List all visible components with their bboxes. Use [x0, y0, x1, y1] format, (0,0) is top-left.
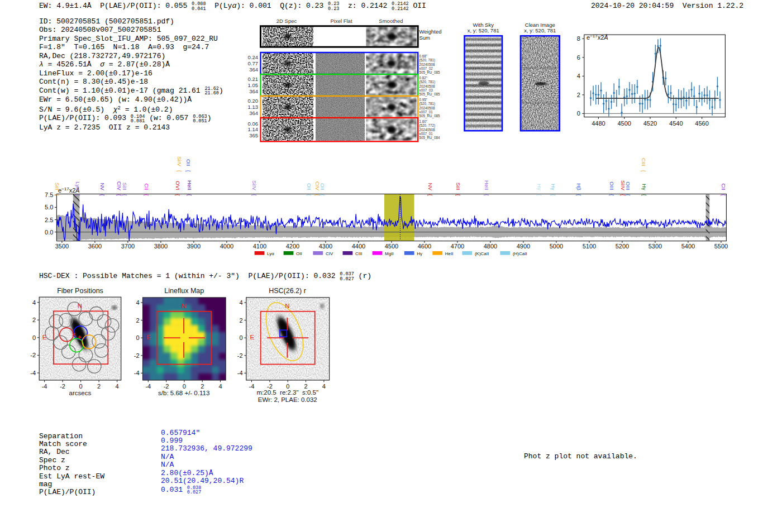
svg-text:s/b: 5.68 +/- 0.113: s/b: 5.68 +/- 0.113	[158, 390, 209, 396]
svg-text:MgII: MgII	[385, 251, 394, 256]
svg-text:4: 4	[32, 299, 36, 306]
svg-text:364: 364	[249, 88, 258, 94]
svg-text:-4: -4	[237, 370, 243, 376]
svg-text:5500: 5500	[714, 243, 728, 250]
svg-text:4000: 4000	[220, 243, 233, 250]
svg-text:{: {	[536, 194, 542, 196]
svg-text:m:20.5 re:2.3" s:0.5": m:20.5 re:2.3" s:0.5"	[257, 389, 318, 396]
svg-text:{: {	[625, 194, 631, 196]
svg-text:SiII: SiII	[122, 183, 128, 190]
svg-text:{: {	[427, 194, 433, 196]
svg-text:{: {	[641, 194, 647, 196]
svg-text:-4: -4	[134, 370, 140, 376]
svg-text:{: {	[314, 194, 320, 196]
svg-text:364: 364	[249, 110, 258, 116]
svg-text:{: {	[175, 194, 180, 196]
svg-text:5000: 5000	[550, 243, 563, 250]
svg-text:0: 0	[32, 334, 36, 341]
svg-text:3700: 3700	[121, 243, 135, 250]
svg-text:20240508: 20240508	[419, 63, 436, 66]
svg-text:{: {	[641, 170, 646, 172]
svg-text:0.68": 0.68"	[419, 54, 428, 58]
svg-text:0: 0	[79, 383, 83, 390]
svg-text:2D Spec: 2D Spec	[276, 18, 297, 24]
svg-text:-4: -4	[30, 370, 36, 376]
svg-text:arcsecs: arcsecs	[69, 390, 92, 396]
svg-text:Hγ: Hγ	[550, 184, 556, 190]
svg-text:Hβ: Hβ	[576, 183, 582, 190]
svg-text:-2: -2	[237, 352, 243, 359]
svg-text:8: 8	[577, 35, 580, 42]
svg-text:1.05: 1.05	[248, 82, 259, 88]
svg-text:Lyα: Lyα	[267, 251, 274, 256]
svg-text:HeII: HeII	[484, 180, 490, 190]
svg-text:4100: 4100	[253, 243, 266, 250]
svg-text:Hγ: Hγ	[536, 184, 542, 190]
svg-text:Lineflux Map: Lineflux Map	[164, 287, 204, 295]
svg-text:5200: 5200	[616, 243, 629, 250]
svg-text:0.82": 0.82"	[419, 76, 428, 80]
svg-text:0: 0	[577, 110, 580, 117]
svg-text:{: {	[306, 194, 312, 196]
svg-text:4540: 4540	[669, 120, 683, 127]
svg-text:0: 0	[239, 334, 242, 341]
svg-text:{: {	[721, 194, 726, 196]
svg-text:0.77: 0.77	[248, 60, 259, 66]
svg-text:{: {	[576, 194, 581, 196]
svg-text:0: 0	[136, 334, 139, 341]
svg-text:2: 2	[97, 383, 101, 390]
svg-text:{: {	[320, 194, 325, 196]
svg-text:4560: 4560	[695, 120, 708, 127]
svg-text:OIII: OIII	[609, 181, 615, 190]
svg-text:{: {	[251, 194, 257, 196]
svg-text:505_RU_085: 505_RU_085	[419, 92, 441, 97]
svg-text:Lyα: Lyα	[75, 181, 81, 190]
svg-text:Weighted: Weighted	[419, 28, 442, 35]
svg-text:OVI: OVI	[175, 181, 181, 190]
svg-text:7.5: 7.5	[45, 191, 53, 198]
svg-text:CIV: CIV	[314, 181, 321, 191]
svg-text:3500: 3500	[55, 243, 69, 250]
svg-text:2: 2	[136, 317, 139, 324]
svg-text:{: {	[116, 194, 122, 196]
svg-text:EWr: 2, PLAE: 0.032: EWr: 2, PLAE: 0.032	[258, 396, 317, 403]
svg-text:CII: CII	[721, 183, 727, 190]
svg-text:5300: 5300	[649, 243, 662, 250]
svg-text:6: 6	[577, 54, 580, 61]
svg-text:2: 2	[32, 317, 36, 323]
svg-text:SiIV: SiIV	[177, 156, 183, 166]
svg-text:4480: 4480	[592, 120, 605, 127]
svg-text:{: {	[177, 170, 182, 172]
svg-text:Sum: Sum	[419, 35, 431, 41]
svg-text:Hγ: Hγ	[417, 251, 422, 256]
svg-text:x, y: 520, 781: x, y: 520, 781	[468, 27, 499, 33]
svg-text:5.0: 5.0	[45, 204, 53, 210]
svg-text:0.0: 0.0	[45, 229, 53, 236]
svg-text:-2: -2	[164, 383, 169, 390]
svg-text:0.20: 0.20	[248, 98, 259, 104]
svg-text:{: {	[144, 194, 149, 196]
svg-text:N: N	[78, 303, 82, 309]
svg-text:3900: 3900	[187, 243, 201, 250]
svg-text:4: 4	[322, 383, 326, 390]
svg-text:(H)CaII: (H)CaII	[513, 251, 527, 256]
svg-text:0.06: 0.06	[248, 121, 259, 127]
svg-text:-4: -4	[249, 383, 255, 390]
svg-text:4: 4	[239, 299, 242, 306]
svg-text:4: 4	[116, 383, 119, 390]
svg-text:OII: OII	[306, 183, 312, 190]
svg-text:N: N	[285, 303, 289, 309]
svg-text:-4: -4	[42, 383, 47, 390]
svg-text:-4: -4	[145, 383, 151, 390]
svg-text:{: {	[187, 194, 192, 196]
svg-text:0.21: 0.21	[248, 76, 259, 82]
svg-text:CIV: CIV	[116, 181, 122, 191]
svg-text:3600: 3600	[88, 243, 102, 250]
svg-text:4400: 4400	[352, 243, 365, 250]
svg-text:0.24: 0.24	[248, 54, 259, 60]
svg-text:OII: OII	[320, 183, 326, 190]
svg-text:0: 0	[183, 383, 186, 390]
svg-text:{: {	[185, 170, 191, 172]
svg-text:-2: -2	[134, 352, 140, 359]
svg-text:3800: 3800	[154, 243, 168, 250]
